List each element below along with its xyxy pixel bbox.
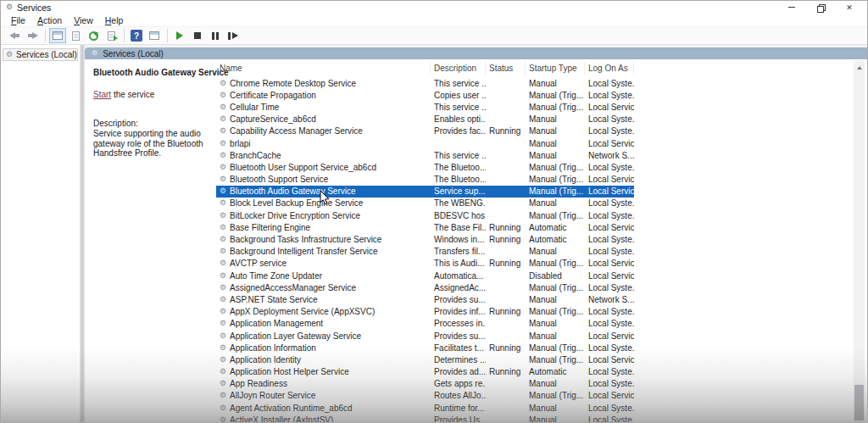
service-row[interactable]: ⚙AppX Deployment Service (AppXSVC)Provid… <box>216 306 634 318</box>
service-description: Service supporting the audio gateway rol… <box>93 129 220 159</box>
service-row[interactable]: ⚙App ReadinessGets apps re...ManualLocal… <box>216 378 634 390</box>
scrollbar-thumb[interactable] <box>854 385 864 420</box>
service-name-cell: ⚙BitLocker Drive Encryption Service <box>216 211 431 220</box>
menu-help[interactable]: Help <box>99 15 130 25</box>
service-gear-icon: ⚙ <box>220 272 226 280</box>
service-row[interactable]: ⚙CaptureService_ab6cdEnables opti...Manu… <box>216 114 634 125</box>
service-row[interactable]: ⚙Application IdentityDetermines ...Manua… <box>216 353 634 365</box>
service-row[interactable]: ⚙Bluetooth Support ServiceThe Bluetoo...… <box>216 174 634 186</box>
menu-view[interactable]: View <box>68 15 99 25</box>
pause-service-button[interactable] <box>207 28 224 43</box>
service-row[interactable]: ⚙BranchCacheThis service ...ManualNetwor… <box>216 149 634 161</box>
service-row[interactable]: ⚙AVCTP serviceThis is Audi...RunningManu… <box>216 258 634 270</box>
service-row[interactable]: ⚙Certificate PropagationCopies user ...M… <box>216 89 634 101</box>
service-name-cell: ⚙Chrome Remote Desktop Service <box>216 79 431 88</box>
service-name-cell: ⚙AssignedAccessManager Service <box>216 283 431 292</box>
service-row[interactable]: ⚙Block Level Backup Engine ServiceThe WB… <box>216 198 634 209</box>
service-log-on-as: Local Service <box>585 259 634 268</box>
service-row[interactable]: ⚙AllJoyn Router ServiceRoutes AllJo...Ma… <box>216 390 634 402</box>
service-startup-type: Manual <box>526 79 585 88</box>
start-service-link[interactable]: Start <box>93 90 111 99</box>
service-startup-type: Manual <box>526 151 585 160</box>
service-name-cell: ⚙BranchCache <box>216 151 431 160</box>
show-properties-button[interactable] <box>49 28 66 43</box>
service-row[interactable]: ⚙Chrome Remote Desktop ServiceThis servi… <box>216 77 634 89</box>
export-button[interactable] <box>103 28 120 43</box>
service-row[interactable]: ⚙Application Host Helper ServiceProvides… <box>216 366 634 378</box>
service-row[interactable]: ⚙Agent Activation Runtime_ab6cdRuntime f… <box>216 402 634 414</box>
service-name: Capability Access Manager Service <box>230 126 363 136</box>
menu-action[interactable]: Action <box>31 15 68 25</box>
restart-service-button[interactable] <box>225 28 242 43</box>
service-name-cell: ⚙Application Identity <box>216 355 431 365</box>
service-gear-icon: ⚙ <box>220 103 226 111</box>
service-description: Transfers fil... <box>431 247 486 256</box>
service-description: Provides fac... <box>431 126 486 136</box>
service-row[interactable]: ⚙BitLocker Drive Encryption ServiceBDESV… <box>216 209 634 221</box>
refresh-button[interactable] <box>85 28 102 43</box>
show-console-tree-button[interactable] <box>146 28 163 43</box>
service-row[interactable]: ⚙Cellular TimeThis service ...Manual (Tr… <box>216 101 634 113</box>
column-header-log-on-as[interactable]: Log On As <box>585 62 634 75</box>
service-description: Provides inf... <box>431 307 486 316</box>
service-row[interactable]: ⚙Bluetooth Audio Gateway ServiceService … <box>216 186 634 198</box>
service-row[interactable]: ⚙ASP.NET State ServiceProvides su...Manu… <box>216 293 634 305</box>
forward-button[interactable] <box>24 28 41 43</box>
service-row[interactable]: ⚙Background Intelligent Transfer Service… <box>216 246 634 258</box>
vertical-scrollbar[interactable] <box>854 60 865 423</box>
service-gear-icon: ⚙ <box>220 236 226 243</box>
service-row[interactable]: ⚙Application Layer Gateway ServiceProvid… <box>216 330 634 342</box>
service-name: ASP.NET State Service <box>230 295 318 304</box>
service-row[interactable]: ⚙Auto Time Zone UpdaterAutomatica...Disa… <box>216 270 634 281</box>
services-app-icon: ⚙ <box>6 3 13 11</box>
service-row[interactable]: ⚙Application ManagementProcesses in...Ma… <box>216 318 634 330</box>
service-row[interactable]: ⚙Base Filtering EngineThe Base Fil...Run… <box>216 221 634 233</box>
service-row[interactable]: ⚙brlapiManualLocal Service <box>216 137 634 149</box>
service-name: Auto Time Zone Updater <box>230 271 322 281</box>
service-row[interactable]: ⚙ActiveX Installer (AxInstSV)Provides Us… <box>216 414 634 423</box>
minimize-button[interactable] <box>777 1 806 14</box>
service-gear-icon: ⚙ <box>220 187 226 195</box>
service-row[interactable]: ⚙Capability Access Manager ServiceProvid… <box>216 125 634 137</box>
window-title: Services <box>17 3 51 13</box>
service-description: Facilitates t... <box>431 343 486 353</box>
service-row[interactable]: ⚙Background Tasks Infrastructure Service… <box>216 233 634 245</box>
scroll-up-arrow[interactable] <box>854 62 865 73</box>
service-startup-type: Manual (Trig... <box>526 103 585 112</box>
service-description: This service ... <box>431 79 486 88</box>
service-log-on-as: Local Service <box>585 186 634 196</box>
service-row[interactable]: ⚙Bluetooth User Support Service_ab6cdThe… <box>216 161 634 173</box>
service-log-on-as: Local Syste... <box>585 415 634 423</box>
service-name: AVCTP service <box>230 259 287 268</box>
service-name-cell: ⚙Application Layer Gateway Service <box>216 331 431 341</box>
service-log-on-as: Local Service <box>585 271 634 281</box>
column-headers: NameDescriptionStatusStartup TypeLog On … <box>216 59 634 77</box>
service-name: AllJoyn Router Service <box>230 391 315 400</box>
service-log-on-as: Local Syste... <box>585 163 634 172</box>
close-button[interactable]: ✕ <box>835 1 864 14</box>
service-row[interactable]: ⚙AssignedAccessManager ServiceAssignedAc… <box>216 281 634 293</box>
service-row[interactable]: ⚙Application InformationFacilitates t...… <box>216 342 634 353</box>
service-name-cell: ⚙Background Intelligent Transfer Service <box>216 247 431 256</box>
column-header-startup-type[interactable]: Startup Type <box>526 62 585 75</box>
column-header-description[interactable]: Description <box>431 62 486 75</box>
service-name-cell: ⚙ASP.NET State Service <box>216 295 431 304</box>
service-log-on-as: Network S... <box>585 151 634 160</box>
service-gear-icon: ⚙ <box>220 80 226 87</box>
menu-file[interactable]: File <box>5 15 31 25</box>
service-gear-icon: ⚙ <box>220 416 226 423</box>
restore-button[interactable] <box>806 1 835 14</box>
column-header-status[interactable]: Status <box>486 62 526 75</box>
service-name-cell: ⚙Application Information <box>216 343 431 353</box>
toolbar-separator <box>167 29 168 42</box>
export-list-button[interactable] <box>67 28 84 43</box>
help-button[interactable]: ? <box>128 28 145 43</box>
start-service-button[interactable] <box>171 28 188 43</box>
service-name: AssignedAccessManager Service <box>230 283 356 292</box>
back-button[interactable] <box>6 28 23 43</box>
stop-service-button[interactable] <box>189 28 206 43</box>
tree-item-services-local[interactable]: ⚙ Services (Local) <box>3 48 78 61</box>
show-console-tree-icon <box>149 31 159 40</box>
service-log-on-as: Local Service <box>585 175 634 184</box>
column-header-name[interactable]: Name <box>216 62 431 75</box>
